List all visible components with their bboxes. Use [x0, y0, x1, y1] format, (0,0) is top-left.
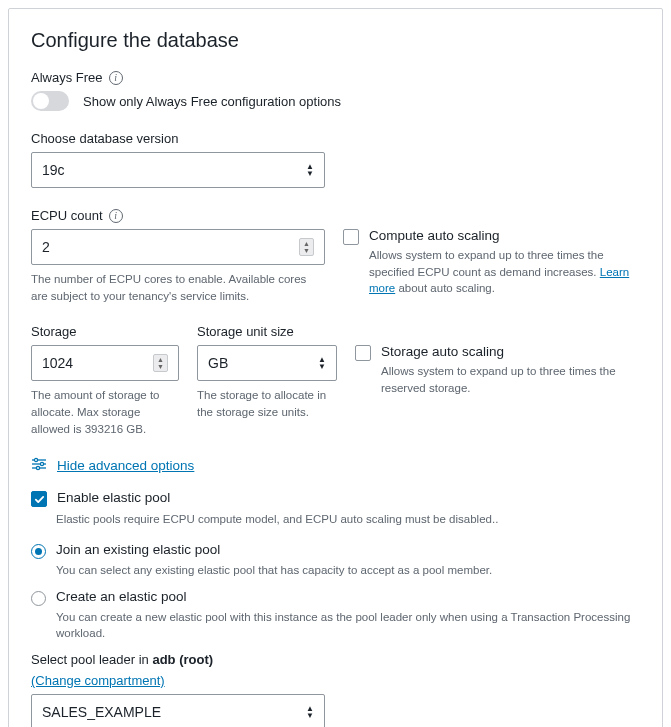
always-free-label: Always Free	[31, 70, 103, 85]
page-title: Configure the database	[31, 29, 640, 52]
join-pool-radio[interactable]	[31, 544, 46, 559]
pool-leader-label-pre: Select pool leader in	[31, 652, 152, 667]
ecpu-input[interactable]: 2 ▲▼	[31, 229, 325, 265]
create-pool-radio[interactable]	[31, 591, 46, 606]
storage-label: Storage	[31, 324, 77, 339]
db-version-section: Choose database version 19c ▲▼	[31, 131, 640, 188]
sliders-icon	[31, 457, 47, 474]
chevron-updown-icon: ▲▼	[306, 706, 314, 719]
db-version-value: 19c	[42, 162, 65, 178]
storage-unit-value: GB	[208, 355, 228, 371]
pool-leader-select[interactable]: SALES_EXAMPLE ▲▼	[31, 694, 325, 727]
pool-leader-label-bold: adb (root)	[152, 652, 213, 667]
storage-autoscaling-label: Storage auto scaling	[381, 344, 640, 359]
pool-leader-value: SALES_EXAMPLE	[42, 704, 161, 720]
join-pool-label: Join an existing elastic pool	[56, 542, 220, 557]
enable-elastic-pool-checkbox[interactable]	[31, 491, 47, 507]
change-compartment-link[interactable]: (Change compartment)	[31, 673, 165, 688]
spinner-icon[interactable]: ▲▼	[299, 238, 314, 256]
chevron-updown-icon: ▲▼	[306, 164, 314, 177]
create-pool-label: Create an elastic pool	[56, 589, 187, 604]
info-icon[interactable]: i	[109, 71, 123, 85]
ecpu-value: 2	[42, 239, 50, 255]
storage-autoscaling-checkbox[interactable]	[355, 345, 371, 361]
storage-autoscaling-desc: Allows system to expand up to three time…	[381, 363, 640, 396]
db-version-label: Choose database version	[31, 131, 178, 146]
elastic-pool-section: Enable elastic pool Elastic pools requir…	[31, 490, 640, 528]
compute-autoscaling-desc: Allows system to expand up to three time…	[369, 247, 640, 297]
ecpu-section: ECPU count i 2 ▲▼ The number of ECPU cor…	[31, 208, 640, 304]
always-free-toggle-desc: Show only Always Free configuration opti…	[83, 94, 341, 109]
spinner-icon[interactable]: ▲▼	[153, 354, 168, 372]
storage-help: The amount of storage to allocate. Max s…	[31, 387, 179, 437]
svg-point-5	[36, 467, 39, 470]
join-pool-desc: You can select any existing elastic pool…	[56, 562, 640, 579]
storage-input[interactable]: 1024 ▲▼	[31, 345, 179, 381]
hide-advanced-link[interactable]: Hide advanced options	[57, 458, 194, 473]
enable-elastic-pool-label: Enable elastic pool	[57, 490, 170, 505]
create-pool-desc: You can create a new elastic pool with t…	[56, 609, 640, 642]
db-version-select[interactable]: 19c ▲▼	[31, 152, 325, 188]
always-free-section: Always Free i Show only Always Free conf…	[31, 70, 640, 111]
storage-unit-help: The storage to allocate in the storage s…	[197, 387, 337, 420]
compute-autoscaling-label: Compute auto scaling	[369, 228, 640, 243]
enable-elastic-pool-desc: Elastic pools require ECPU compute model…	[56, 511, 640, 528]
info-icon[interactable]: i	[109, 209, 123, 223]
storage-unit-label: Storage unit size	[197, 324, 294, 339]
storage-value: 1024	[42, 355, 73, 371]
storage-section: Storage 1024 ▲▼ The amount of storage to…	[31, 324, 640, 437]
ecpu-help: The number of ECPU cores to enable. Avai…	[31, 271, 325, 304]
elastic-pool-radio-group: Join an existing elastic pool You can se…	[31, 542, 640, 642]
compute-autoscaling-checkbox[interactable]	[343, 229, 359, 245]
pool-leader-section: Select pool leader in adb (root) (Change…	[31, 652, 640, 727]
storage-unit-select[interactable]: GB ▲▼	[197, 345, 337, 381]
advanced-toggle-row: Hide advanced options	[31, 457, 640, 474]
ecpu-label: ECPU count	[31, 208, 103, 223]
always-free-toggle[interactable]	[31, 91, 69, 111]
svg-point-3	[40, 463, 43, 466]
chevron-updown-icon: ▲▼	[318, 357, 326, 370]
configure-database-panel: Configure the database Always Free i Sho…	[8, 8, 663, 727]
svg-point-1	[34, 459, 37, 462]
